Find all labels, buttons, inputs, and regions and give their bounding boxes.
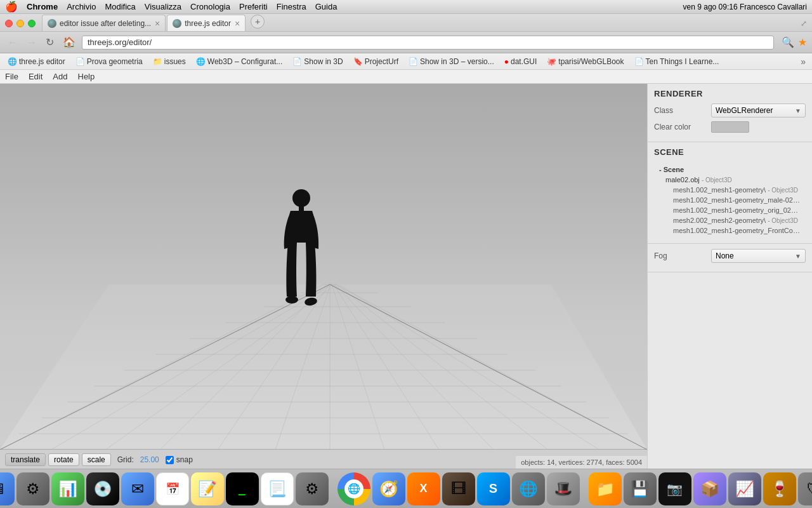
tab-favicon-1	[48, 19, 56, 28]
bookmark-showin3d[interactable]: 📄 Show in 3D	[289, 57, 346, 67]
dock-icon-sysprefd[interactable]: ⚙	[16, 472, 49, 505]
dock-icon-vpn[interactable]: 🌐	[512, 472, 545, 505]
fog-row: Fog None ▼	[654, 249, 806, 263]
menubar-finestra[interactable]: Finestra	[277, 2, 306, 11]
rotate-button[interactable]: rotate	[48, 453, 79, 466]
dock-icon-photoshow[interactable]: 🎞	[442, 472, 475, 505]
menubar-preferiti[interactable]: Preferiti	[239, 2, 268, 11]
back-button[interactable]: ←	[5, 36, 20, 50]
menubar-modifica[interactable]: Modifica	[105, 2, 135, 11]
svg-point-29	[292, 189, 310, 207]
bookmark-issues[interactable]: 📁 issues	[149, 57, 190, 67]
bookmark-threejs-editor[interactable]: 🌐 three.js editor	[4, 57, 69, 67]
app-menu-help[interactable]: Help	[78, 72, 95, 81]
bookmark-star-icon[interactable]: ★	[798, 36, 807, 48]
dock-icon-notes[interactable]: 📝	[191, 472, 224, 505]
bookmark-prova-geometria[interactable]: 📄 Prova geometria	[72, 57, 147, 67]
scene-tree-mesh1-front[interactable]: mesh1.002_mesh1-geometry_FrontColorNoC..…	[654, 225, 806, 236]
menubar-cronologia[interactable]: Cronologia	[190, 2, 230, 11]
scene-tree-mesh1-male[interactable]: mesh1.002_mesh1-geometry_male-02-1noCu..…	[654, 195, 806, 205]
fog-select[interactable]: None ▼	[711, 249, 806, 263]
bookmarks-bar: 🌐 three.js editor 📄 Prova geometria 📁 is…	[0, 53, 812, 70]
fog-value: None ▼	[711, 249, 806, 263]
clear-color-swatch[interactable]	[711, 121, 749, 133]
app-menu-add[interactable]: Add	[53, 72, 67, 81]
scene-tree-mesh1[interactable]: mesh1.002_mesh1-geometry\ - Object3D	[654, 185, 806, 195]
bookmark-label-1: Prova geometria	[87, 57, 143, 66]
forward-button[interactable]: →	[24, 36, 39, 50]
tab-threejs-editor[interactable]: three.js editor ×	[167, 15, 246, 31]
bookmark-icon-4: 📄	[292, 57, 302, 66]
tab-close-1[interactable]: ×	[151, 18, 160, 29]
dock-icon-diskutil[interactable]: 💾	[624, 472, 657, 505]
tab-title-1: editor issue after deleting...	[60, 19, 151, 28]
snap-checkbox[interactable]	[166, 456, 174, 464]
dock-icon-dvdplayer[interactable]: 💿	[86, 472, 119, 505]
transform-toolbar: translate rotate scale Grid: 25.00 snap	[0, 451, 198, 469]
bookmarks-more-button[interactable]: »	[798, 57, 808, 67]
dock-icon-photobooth[interactable]: 📷	[658, 472, 691, 505]
scene-tree-scene[interactable]: - Scene	[654, 164, 806, 175]
scale-button[interactable]: scale	[82, 453, 111, 466]
bookmark-tparisi[interactable]: 🐙 tparisi/WebGLBook	[543, 57, 627, 67]
menubar-chrome[interactable]: Chrome	[27, 2, 58, 11]
dock-icon-stuffit[interactable]: 📦	[693, 472, 726, 505]
reload-button[interactable]: ↻	[43, 35, 56, 50]
menubar-visualizza[interactable]: Visualizza	[145, 2, 181, 11]
app-menu-edit[interactable]: Edit	[29, 72, 43, 81]
dock-icon-wine[interactable]: 🍷	[763, 472, 796, 505]
window-resize-icon[interactable]: ⤢	[801, 17, 807, 29]
apple-logo-icon[interactable]: 🍎	[5, 1, 18, 13]
dock-icon-mail[interactable]: ✉	[121, 472, 154, 505]
dock-icon-chrome[interactable]: 🌐	[337, 472, 370, 505]
bookmark-datgui[interactable]: ● dat.GUI	[501, 57, 541, 67]
bookmark-icon-9: 📄	[634, 57, 644, 66]
maximize-button[interactable]	[28, 20, 36, 27]
url-input[interactable]: threejs.org/editor/	[82, 36, 774, 50]
dock-icon-skype[interactable]: S	[477, 472, 510, 505]
app-menu-file[interactable]: File	[5, 72, 18, 81]
scene-title: SCENE	[654, 147, 806, 157]
renderer-class-select[interactable]: WebGLRenderer ▼	[711, 104, 806, 117]
scene-tree-mesh1-orig[interactable]: mesh1.002_mesh1-geometry_orig_02_-_Defa.…	[654, 205, 806, 215]
bookmark-label-7: dat.GUI	[511, 57, 537, 66]
stats-text: objects: 14, vertices: 2774, faces: 5004	[521, 458, 642, 466]
bookmark-projecturf[interactable]: 🔖 ProjectUrf	[350, 57, 402, 67]
translate-button[interactable]: translate	[5, 453, 46, 466]
dock-icon-launchpad[interactable]: ⚙	[296, 472, 329, 505]
dock-icon-filemanager[interactable]: 📁	[589, 472, 622, 505]
home-button[interactable]: 🏠	[60, 35, 78, 50]
tab-editor-issue[interactable]: editor issue after deleting... ×	[42, 15, 166, 31]
fog-select-text: None	[716, 251, 734, 260]
dock-icon-xampp[interactable]: X	[407, 472, 440, 505]
svg-point-31	[285, 296, 298, 304]
scene-tree-male02[interactable]: male02.obj - Object3D	[654, 175, 806, 185]
bookmark-icon-8: 🐙	[547, 57, 556, 66]
dock-icon-safari[interactable]: 🧭	[372, 472, 405, 505]
viewport-3d[interactable]: objects: 14, vertices: 2774, faces: 5004…	[0, 84, 647, 469]
grid-label: Grid:	[117, 455, 134, 464]
bookmark-showin3d-version[interactable]: 📄 Show in 3D – versio...	[405, 57, 498, 67]
dock-icon-actmon[interactable]: 📊	[51, 472, 84, 505]
dock-icon-mackeeper[interactable]: 🛡	[798, 472, 813, 505]
new-tab-button[interactable]: +	[251, 15, 265, 29]
dock-icon-finder[interactable]: 🖥	[0, 472, 15, 505]
bookmark-icon-5: 🔖	[353, 57, 363, 66]
tab-close-2[interactable]: ×	[231, 18, 240, 29]
dock-icon-textedit[interactable]: 📃	[261, 472, 294, 505]
scene-tree-mesh2[interactable]: mesh2.002_mesh2-geometry\ - Object3D	[654, 215, 806, 225]
minimize-button[interactable]	[16, 20, 24, 27]
bookmark-label-8: tparisi/WebGLBook	[558, 57, 624, 66]
bookmark-tenthings[interactable]: 📄 Ten Things I Learne...	[631, 57, 723, 67]
search-icon[interactable]: 🔍	[782, 36, 794, 48]
menubar-archivio[interactable]: Archivio	[67, 2, 96, 11]
human-figure	[279, 185, 324, 319]
dock-icon-terminal[interactable]: _	[226, 472, 259, 505]
close-button[interactable]	[5, 20, 13, 27]
dock-icon-istatmenus[interactable]: 📈	[728, 472, 761, 505]
bookmark-web3d[interactable]: 🌐 Web3D – Configurat...	[192, 57, 287, 67]
menubar-guida[interactable]: Guida	[315, 2, 337, 11]
dock-icon-calendar[interactable]: 📅	[156, 472, 189, 505]
tab-favicon-2	[173, 19, 181, 28]
dock-icon-alfred[interactable]: 🎩	[547, 472, 580, 505]
